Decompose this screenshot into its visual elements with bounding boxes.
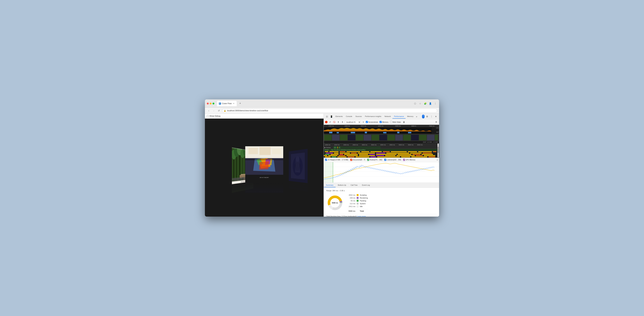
web-vitals-checkbox[interactable] — [390, 121, 392, 123]
clear-checkboxes-button[interactable]: 🗑 — [402, 121, 406, 124]
devtools-tab-sources[interactable]: Sources — [354, 114, 363, 119]
clear-button[interactable]: 🚫 — [332, 121, 336, 124]
reload-button[interactable]: ↺ — [217, 109, 221, 113]
frames-expand[interactable]: ▶ Frames — [324, 147, 331, 148]
address-bar[interactable]: 🔒 localhost:3000/demo/view-timeline-css/… — [222, 109, 437, 113]
svg-rect-117 — [356, 156, 369, 157]
devtools-tab-console[interactable]: Console — [344, 114, 354, 119]
js-heap-legend[interactable]: JS Heap[12.8 MB – 17.8 MB] — [325, 159, 348, 161]
svg-rect-58 — [380, 135, 387, 140]
svg-rect-96 — [344, 154, 358, 155]
screenshots-svg — [324, 134, 439, 141]
svg-rect-97 — [359, 154, 368, 155]
web-vitals-checkbox-label[interactable]: Web Vitals — [390, 121, 401, 123]
svg-rect-114 — [332, 156, 336, 157]
devtools-tab-elements[interactable]: Elements — [334, 114, 344, 119]
profile-icon[interactable]: 👤 — [428, 102, 432, 105]
listeners-checkbox[interactable] — [384, 159, 386, 161]
maximize-button[interactable] — [212, 103, 214, 105]
upload-button[interactable]: ⬆ — [337, 121, 340, 124]
devtools-tab-performance[interactable]: Performance — [392, 114, 406, 119]
notification-badge: 1 — [422, 115, 424, 118]
tab-summary[interactable]: Summary — [324, 183, 336, 187]
forward-button[interactable]: › — [212, 109, 216, 113]
close-button[interactable] — [207, 103, 209, 105]
show-debug-checkbox[interactable] — [207, 115, 209, 117]
back-button[interactable]: ‹ — [207, 109, 210, 113]
timeline-main-area: 1000 ms 1500 ms 2000 ms 2500 ms 3000 ms … — [324, 143, 439, 158]
devtools-options-button[interactable]: ⋮ — [430, 115, 434, 118]
main-thread-text: Main — http://localhost:3000/demo/view-t… — [326, 149, 366, 151]
extensions-icon[interactable]: 🧩 — [423, 102, 427, 105]
inspect-element-button[interactable]: ⊡ — [325, 115, 329, 118]
donut-chart: 5568 ms — [326, 194, 344, 211]
gpu-memory-checkbox[interactable] — [403, 159, 405, 161]
menu-icon[interactable]: ⋮ — [434, 102, 437, 105]
devtools-more-tabs[interactable]: » — [415, 115, 418, 118]
timeline-scrollbar-thumb[interactable] — [438, 147, 439, 153]
reload-record-button[interactable]: ↺ — [328, 121, 332, 124]
svg-rect-52 — [332, 135, 340, 140]
listeners-legend[interactable]: Listeners[163 – 355] — [384, 159, 401, 161]
devtools-settings-button[interactable]: ⚙ — [425, 115, 429, 118]
tab-event-log[interactable]: Event Log — [360, 183, 372, 187]
main-expand[interactable]: ▼ — [324, 149, 326, 151]
svg-rect-59 — [387, 135, 395, 140]
tab-close-button[interactable]: ✕ — [232, 102, 235, 105]
flame-chart-svg — [324, 151, 438, 158]
screenshots-checkbox[interactable] — [366, 121, 368, 123]
svg-rect-44 — [329, 132, 332, 133]
svg-rect-74 — [340, 151, 346, 152]
svg-rect-90 — [386, 153, 409, 154]
timeline-ruler-top: 1000 ms 2000 ms 3000 ms 4000 ms 5000 ms … — [324, 125, 439, 127]
devtools-tab-memory[interactable]: Memory — [406, 114, 415, 119]
memory-checkbox-label[interactable]: Memory — [380, 121, 388, 123]
documents-legend[interactable]: Documents[6 – 7] — [350, 159, 365, 161]
browser-tab[interactable]: 🌊 Cover Flow ✕ — [217, 101, 237, 106]
legend-painting: 55 ms Painting — [348, 200, 368, 202]
svg-rect-55 — [356, 135, 363, 140]
memory-legend-spacer: ≡ — [437, 159, 438, 161]
learn-more-link[interactable]: Learn more — [357, 215, 366, 217]
ruler2-4000: 4000 ms — [380, 144, 386, 146]
profile-select[interactable]: localhost #1 — [345, 120, 361, 124]
bookmark-icon[interactable]: ☆ — [418, 102, 422, 105]
blocking-text: Total blocking time: 3.37ms (estimated) — [326, 215, 356, 217]
nodes-checkbox[interactable] — [367, 159, 369, 161]
cast-icon[interactable]: ⬡ — [413, 102, 417, 105]
show-debug-label[interactable]: Show Debug — [207, 115, 220, 117]
total-ms: 5568 ms — [348, 210, 356, 212]
devtools-close-button[interactable]: ✕ — [434, 115, 438, 118]
memory-chart-options[interactable]: ≡ — [437, 159, 438, 161]
record-button[interactable] — [325, 121, 328, 123]
memory-checkbox[interactable] — [380, 121, 382, 123]
documents-checkbox[interactable] — [350, 159, 352, 161]
profile-dropdown-button[interactable]: ▾ — [362, 121, 365, 124]
heap-label-row: HEAP 12.8 MB – 17.8 MB — [324, 141, 439, 143]
devtools-tab-performance-insights[interactable]: Performance insights — [364, 114, 383, 119]
perf-settings-button[interactable]: ⚙ — [435, 121, 438, 124]
devtools-tab-network[interactable]: Network — [383, 114, 392, 119]
download-button[interactable]: ⬇ — [341, 121, 344, 124]
tab-call-tree[interactable]: Call Tree — [348, 183, 360, 187]
svg-rect-87 — [351, 153, 357, 154]
svg-rect-122 — [428, 156, 435, 157]
ruler-mark-5000: 5000 ms — [395, 125, 401, 127]
devtools-panel: ⊡ 📱 Elements Console Sources Performance… — [324, 114, 439, 217]
svg-rect-85 — [334, 153, 338, 154]
minimize-button[interactable] — [210, 103, 212, 105]
tab-bottom-up[interactable]: Bottom-Up — [336, 183, 348, 187]
page-content: Show Debug — [205, 114, 324, 217]
timeline-scrollbar[interactable] — [438, 143, 439, 158]
svg-rect-67 — [334, 147, 335, 149]
js-heap-checkbox[interactable] — [325, 159, 327, 161]
ruler2-2000: 2000 ms — [343, 144, 349, 146]
new-tab-button[interactable]: + — [238, 101, 242, 106]
svg-rect-47 — [365, 132, 367, 133]
ruler-mark-3000: 3000 ms — [360, 125, 366, 127]
device-mode-button[interactable]: 📱 — [330, 115, 333, 118]
net-chart — [324, 131, 432, 134]
screenshots-checkbox-label[interactable]: Screenshots — [366, 121, 378, 123]
nodes-legend[interactable]: Nodes[375 – 382] — [367, 159, 382, 161]
gpu-memory-legend[interactable]: GPU Memory — [403, 159, 415, 161]
